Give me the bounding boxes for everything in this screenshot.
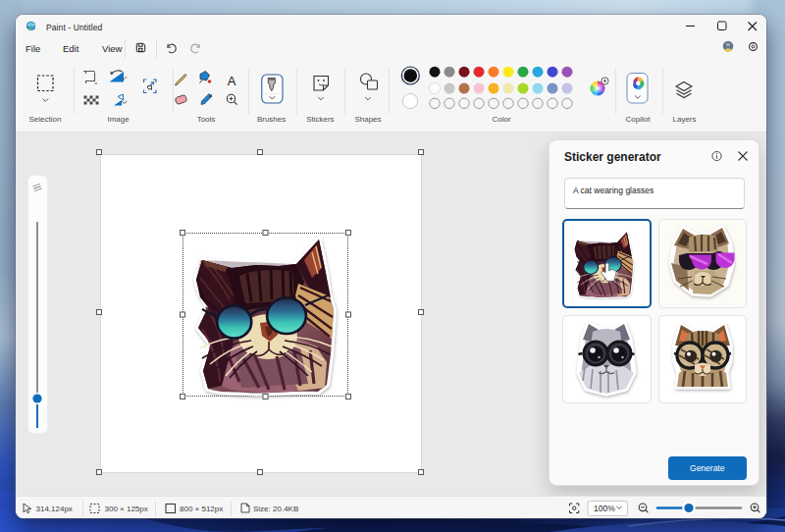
svg-text:Selection: Selection — [29, 115, 62, 124]
svg-text:Shapes: Shapes — [354, 115, 381, 124]
svg-text:Layers: Layers — [672, 115, 696, 124]
svg-text:Copilot: Copilot — [626, 115, 652, 124]
svg-text:100%: 100% — [594, 504, 615, 513]
svg-text:Color: Color — [492, 115, 510, 124]
svg-text:Brushes: Brushes — [257, 115, 286, 124]
svg-text:A: A — [228, 74, 236, 88]
svg-text:300 × 125px: 300 × 125px — [105, 505, 148, 513]
svg-text:Size: 20.4KB: Size: 20.4KB — [253, 505, 298, 513]
svg-text:314,124px: 314,124px — [36, 505, 73, 513]
svg-text:800 × 512px: 800 × 512px — [180, 505, 223, 513]
svg-text:Tools: Tools — [197, 115, 216, 124]
svg-text:Image: Image — [107, 115, 130, 124]
svg-text:Stickers: Stickers — [306, 115, 334, 124]
